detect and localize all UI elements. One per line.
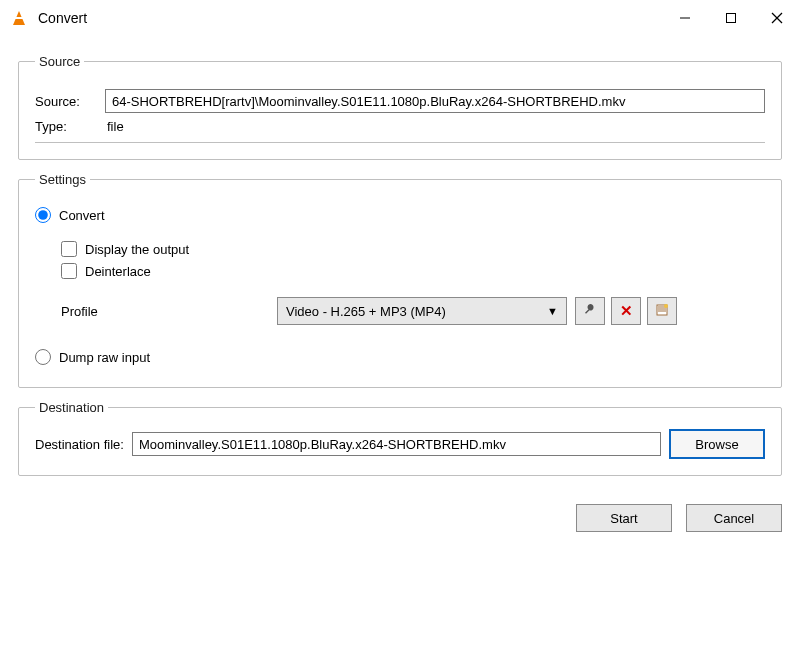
delete-profile-button[interactable]: ✕ (611, 297, 641, 325)
start-button[interactable]: Start (576, 504, 672, 532)
destination-input[interactable] (132, 432, 661, 456)
convert-radio-label: Convert (59, 208, 105, 223)
chevron-down-icon: ▼ (547, 305, 558, 317)
cancel-button[interactable]: Cancel (686, 504, 782, 532)
display-output-checkbox[interactable] (61, 241, 77, 257)
settings-group: Settings Convert Display the output Dein… (18, 172, 782, 388)
window-title: Convert (38, 10, 87, 26)
profile-label: Profile (61, 304, 277, 319)
minimize-button[interactable] (662, 0, 708, 36)
source-input[interactable] (105, 89, 765, 113)
maximize-button[interactable] (708, 0, 754, 36)
browse-button[interactable]: Browse (669, 429, 765, 459)
profile-combobox-value: Video - H.265 + MP3 (MP4) (286, 304, 446, 319)
new-profile-icon (655, 303, 669, 320)
destination-group: Destination Destination file: Browse (18, 400, 782, 476)
type-label: Type: (35, 119, 105, 134)
profile-combobox[interactable]: Video - H.265 + MP3 (MP4) ▼ (277, 297, 567, 325)
svg-rect-7 (658, 310, 666, 311)
destination-label: Destination file: (35, 437, 124, 452)
source-label: Source: (35, 94, 105, 109)
close-button[interactable] (754, 0, 800, 36)
convert-radio[interactable] (35, 207, 51, 223)
deinterlace-label: Deinterlace (85, 264, 151, 279)
titlebar: Convert (0, 0, 800, 36)
source-group: Source Source: Type: file (18, 54, 782, 160)
destination-legend: Destination (35, 400, 108, 415)
delete-x-icon: ✕ (620, 302, 633, 320)
dialog-footer: Start Cancel (0, 498, 800, 532)
deinterlace-checkbox[interactable] (61, 263, 77, 279)
dump-raw-radio[interactable] (35, 349, 51, 365)
vlc-cone-icon (10, 9, 28, 27)
source-legend: Source (35, 54, 84, 69)
dump-raw-label: Dump raw input (59, 350, 150, 365)
svg-rect-1 (727, 14, 736, 23)
svg-rect-6 (658, 308, 666, 309)
dialog-content: Source Source: Type: file Settings Conve… (0, 36, 800, 498)
source-divider (35, 142, 765, 143)
edit-profile-button[interactable] (575, 297, 605, 325)
type-value: file (105, 119, 124, 134)
svg-point-8 (664, 304, 668, 308)
settings-legend: Settings (35, 172, 90, 187)
display-output-label: Display the output (85, 242, 189, 257)
new-profile-button[interactable] (647, 297, 677, 325)
wrench-icon (583, 303, 597, 320)
